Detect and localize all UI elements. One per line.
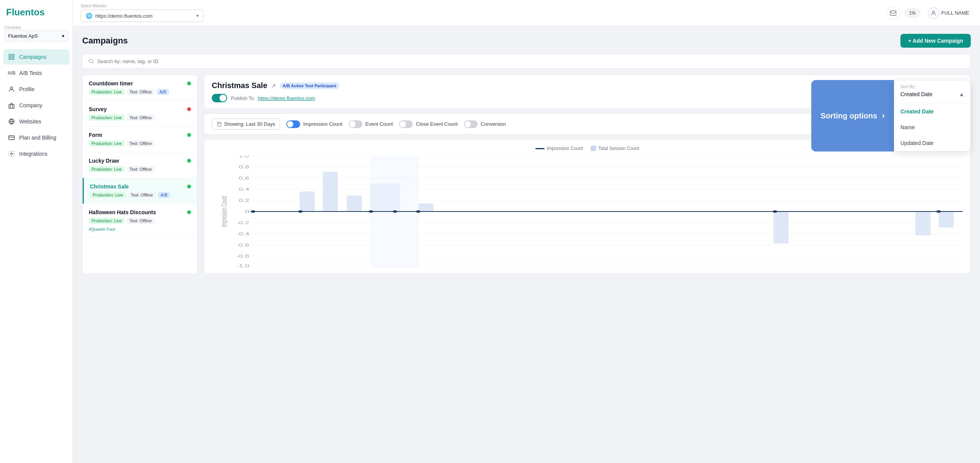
svg-rect-39 [347,196,362,212]
tag-offline: Test: Offline [127,89,154,95]
tag-offline: Test: Offline [127,218,154,224]
company-select-button[interactable]: Fluentos ApS ▾ [5,30,68,42]
sidebar-item-label: Campaigns [19,54,47,60]
svg-text:0: 0 [245,210,249,214]
sidebar-item-label: Profile [19,86,35,92]
website-select-button[interactable]: 🌐 https://demo.fluentos.com ▾ [81,10,204,22]
calendar-icon [217,122,222,127]
date-range-button[interactable]: Showing: Last 30 Days [212,118,280,130]
sidebar-item-campaigns[interactable]: Campaigns [3,49,70,65]
status-indicator [187,107,191,111]
sidebar-item-company[interactable]: Company [3,98,70,113]
page-title: Campaigns [82,36,128,46]
sorting-panel: Sorting options › Sort By: Created Date … [811,80,971,152]
chart-area: Impression Count Total Session Count Imp… [204,139,971,274]
campaign-item-active[interactable]: Christmas Sale Production: Live Test: Of… [83,178,197,204]
close-event-toggle-control[interactable] [399,120,413,128]
svg-rect-3 [12,58,14,60]
svg-text:0.2: 0.2 [239,198,249,203]
app-logo: Fluentos [0,0,73,22]
svg-rect-2 [9,58,11,60]
grid-icon [8,53,15,61]
svg-rect-5 [9,105,14,108]
tag-offline: Test: Offline [127,115,154,121]
sort-option-name[interactable]: Name [894,120,970,135]
globe-small-icon: 🌐 [86,13,92,19]
campaign-item[interactable]: Countdown timer Production: Live Test: O… [83,75,197,101]
chart-svg: Impression Count 1.0 0.8 0.6 0.4 [212,156,963,267]
svg-rect-1 [12,54,14,56]
tag-ab: A/B [157,89,169,95]
sorting-options-button[interactable]: Sorting options › [811,80,894,152]
event-toggle: Event Count [349,120,393,128]
tag-live: Production: Live [89,218,125,224]
building-icon [8,102,15,109]
svg-point-51 [773,210,777,213]
add-campaign-button[interactable]: + Add New Campaign [900,34,971,48]
mail-button[interactable] [886,6,900,20]
conversion-toggle-control[interactable] [464,120,478,128]
search-bar [82,54,971,68]
status-indicator [187,133,191,137]
sort-dropdown-header: Sort By: Created Date ▲ [894,80,970,104]
svg-text:-0.6: -0.6 [236,243,249,247]
gear-icon [8,150,15,158]
campaign-item[interactable]: Lucky Draw Production: Live Test: Offlin… [83,152,197,178]
publish-toggle[interactable] [212,94,227,102]
svg-text:-0.4: -0.4 [236,232,249,236]
sidebar: Fluentos Company Fluentos ApS ▾ Campaign… [0,0,73,463]
mail-icon [890,10,897,17]
company-label: Company [5,25,68,30]
main-area: Select Website 🌐 https://demo.fluentos.c… [73,0,980,463]
campaign-tags: Production: Live Test: Offline A/B [89,89,191,95]
website-selector: Select Website 🌐 https://demo.fluentos.c… [81,4,204,22]
user-button[interactable]: FULL NAME [925,6,972,20]
svg-text:0.4: 0.4 [239,187,250,192]
campaign-name: Countdown timer [89,80,133,87]
svg-rect-7 [9,136,15,140]
topbar-right: 1% FULL NAME [886,6,972,20]
sidebar-item-plan-billing[interactable]: Plan and Billing [3,130,70,145]
campaign-list: Countdown timer Production: Live Test: O… [82,75,198,274]
sort-select[interactable]: Created Date ▲ [900,89,964,101]
impression-label: Impression Count [303,121,342,127]
impression-toggle-control[interactable] [286,120,300,128]
campaign-name: Christmas Sale [90,183,129,190]
sort-option-created-date[interactable]: Created Date [894,104,970,120]
svg-rect-43 [915,212,930,235]
user-icon [8,85,15,93]
legend-bar-icon [591,146,596,151]
status-indicator [187,185,191,188]
sidebar-item-websites[interactable]: Websites [3,114,70,129]
svg-point-11 [89,59,93,63]
campaign-tags: Production: Live Test: Offline A/B [90,192,191,198]
campaign-item[interactable]: Halloween Hats Discounts Production: Liv… [83,204,197,237]
detail-title: Christmas Sale [212,81,267,90]
sidebar-item-label: A/B Tests [19,70,42,76]
campaign-item[interactable]: Form Production: Live Test: Offline [83,127,197,152]
event-toggle-control[interactable] [349,120,362,128]
event-label: Event Count [365,121,393,127]
campaign-tags: Production: Live Test: Offline [89,218,191,224]
status-indicator [187,82,191,85]
tag-live: Production: Live [89,89,125,95]
campaign-item[interactable]: Survey Production: Live Test: Offline [83,101,197,127]
svg-point-4 [10,87,13,89]
campaign-name: Survey [89,106,107,112]
sort-option-updated-date[interactable]: Updated Date [894,135,970,151]
sidebar-item-integrations[interactable]: Integrations [3,146,70,162]
sidebar-item-profile[interactable]: Profile [3,82,70,97]
sidebar-nav: Campaigns A/B A/B Tests Profile Company … [0,46,73,463]
svg-text:-0.2: -0.2 [236,221,249,225]
search-input[interactable] [97,58,965,64]
svg-rect-0 [9,54,11,56]
user-avatar-icon [930,10,937,16]
chart-container: Impression Count 1.0 0.8 0.6 0.4 [212,156,963,267]
campaign-extra: #Quarter Four [89,227,191,232]
percentage-badge[interactable]: 1% [905,8,920,18]
trend-icon: ↗ [271,83,276,89]
svg-rect-44 [938,212,953,227]
sidebar-item-ab-tests[interactable]: A/B A/B Tests [3,65,70,81]
legend-line-icon [535,148,545,149]
conversion-toggle: Conversion [464,120,506,128]
